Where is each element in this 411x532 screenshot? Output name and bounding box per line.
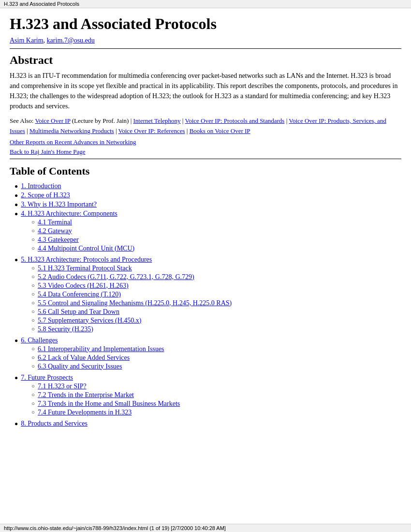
see-also-label: See Also: [10, 117, 33, 124]
toc-main-link-1[interactable]: 1. Introduction [21, 182, 61, 190]
toc-sub-list-4: 4.1 Terminal4.2 Gateway4.3 Gatekeeper4.4… [21, 219, 134, 253]
toc-sub-item: 4.3 Gatekeeper [31, 236, 134, 244]
toc-heading: Table of Contents [10, 165, 401, 177]
main-content: H.323 and Associated Protocols Asim Kari… [0, 8, 411, 448]
toc-sub-item: 6.2 Lack of Value Added Services [31, 354, 164, 362]
toc-main-link-6[interactable]: 6. Challenges [21, 337, 58, 344]
toc-sub-list-7: 7.1 H.323 or SIP?7.2 Trends in the Enter… [21, 383, 180, 417]
books-voip-link[interactable]: Books on Voice Over IP [190, 127, 250, 134]
back-to-raj-link[interactable]: Back to Raj Jain's Home Page [10, 148, 86, 155]
toc-sub-link-5-1[interactable]: 5.1 H.323 Terminal Protocol Stack [38, 265, 132, 272]
toc-sub-item: 7.2 Trends in the Enterprise Market [31, 391, 180, 399]
toc-main-item: 1. Introduction [15, 182, 401, 190]
browser-title-text: H.323 and Associated Protocols [4, 1, 79, 7]
toc-sub-item: 5.3 Video Codecs (H.261, H.263) [31, 282, 232, 290]
toc-sub-item: 7.4 Future Developments in H.323 [31, 409, 180, 416]
toc-sub-item: 4.1 Terminal [31, 219, 134, 226]
toc-sub-link-7-3[interactable]: 7.3 Trends in the Home and Small Busines… [38, 400, 180, 408]
author-line: Asim Karim, karim.7@osu.edu [10, 37, 401, 44]
multimedia-networking-link[interactable]: Multimedia Networking Products [29, 127, 114, 134]
toc-sub-item: 4.4 Multipoint Control Unit (MCU) [31, 245, 134, 252]
toc-sub-link-5-4[interactable]: 5.4 Data Conferencing (T.120) [38, 291, 121, 298]
toc-sub-link-4-2[interactable]: 4.2 Gateway [38, 227, 72, 235]
abstract-heading: Abstract [10, 54, 401, 67]
toc-main-link-8[interactable]: 8. Products and Services [21, 420, 88, 427]
internet-telephony-link[interactable]: Internet Telephony [133, 117, 180, 124]
toc-main-link-3[interactable]: 3. Why is H.323 Important? [21, 201, 97, 208]
toc-sub-link-4-3[interactable]: 4.3 Gatekeeper [38, 236, 79, 244]
toc-sub-link-4-4[interactable]: 4.4 Multipoint Control Unit (MCU) [38, 245, 134, 252]
toc-sub-item: 5.1 H.323 Terminal Protocol Stack [31, 265, 232, 272]
toc-sub-item: 5.6 Call Setup and Tear Down [31, 308, 232, 316]
toc-sub-link-5-2[interactable]: 5.2 Audio Codecs (G.711, G.722, G.723.1,… [38, 273, 194, 281]
toc-sub-link-7-2[interactable]: 7.2 Trends in the Enterprise Market [38, 391, 134, 399]
toc-main-item: 6. Challenges6.1 Interoperability and Im… [15, 337, 401, 372]
toc-sub-link-6-2[interactable]: 6.2 Lack of Value Added Services [38, 354, 130, 362]
toc-sub-item: 5.5 Control and Signaling Mechanisms (H.… [31, 299, 232, 307]
abstract-text: H.323 is an ITU-T recommendation for mul… [10, 71, 401, 111]
lecture-note: (Lecture by Prof. Jain) [70, 117, 129, 124]
toc-sub-link-7-1[interactable]: 7.1 H.323 or SIP? [38, 383, 87, 390]
divider-2 [10, 159, 401, 159]
toc-sub-link-6-1[interactable]: 6.1 Interoperability and Implementation … [38, 345, 164, 353]
toc-sub-link-5-7[interactable]: 5.7 Supplementary Services (H.450.x) [38, 317, 142, 325]
toc-main-item: 8. Products and Services [15, 420, 401, 428]
toc-sub-item: 6.3 Quality and Security Issues [31, 363, 164, 370]
toc-main-link-5[interactable]: 5. H.323 Architecture: Protocols and Pro… [21, 256, 152, 263]
status-bar: http://www.cis.ohio-state.edu/~jain/cis7… [0, 524, 411, 532]
toc-sub-link-5-8[interactable]: 5.8 Security (H.235) [38, 325, 93, 333]
toc-main-link-4[interactable]: 4. H.323 Architecture: Components [21, 210, 117, 217]
page-title: H.323 and Associated Protocols [10, 15, 401, 33]
toc-main-item: 3. Why is H.323 Important? [15, 201, 401, 208]
toc-main-item: 2. Scope of H.323 [15, 192, 401, 199]
author-name-link[interactable]: Asim Karim [10, 37, 44, 44]
toc-sub-item: 5.2 Audio Codecs (G.711, G.722, G.723.1,… [31, 273, 232, 281]
other-reports-line: Other Reports on Recent Advances in Netw… [10, 138, 401, 146]
toc-sub-item: 5.4 Data Conferencing (T.120) [31, 291, 232, 298]
status-bar-text: http://www.cis.ohio-state.edu/~jain/cis7… [4, 525, 226, 531]
toc-main-item: 7. Future Prospects7.1 H.323 or SIP?7.2 … [15, 374, 401, 418]
toc-main-item: 4. H.323 Architecture: Components4.1 Ter… [15, 210, 401, 254]
toc-sub-link-5-3[interactable]: 5.3 Video Codecs (H.261, H.263) [38, 282, 129, 290]
toc-sub-link-5-5[interactable]: 5.5 Control and Signaling Mechanisms (H.… [38, 299, 232, 307]
see-also-section: See Also: Voice Over IP (Lecture by Prof… [10, 116, 401, 136]
toc-sub-link-5-6[interactable]: 5.6 Call Setup and Tear Down [38, 308, 119, 316]
toc-main-link-7[interactable]: 7. Future Prospects [21, 374, 73, 381]
back-to-raj-line: Back to Raj Jain's Home Page [10, 148, 401, 156]
toc-main-item: 5. H.323 Architecture: Protocols and Pro… [15, 256, 401, 335]
voip-references-link[interactable]: Voice Over IP: References [118, 127, 185, 134]
author-email-link[interactable]: karim.7@osu.edu [47, 37, 95, 44]
toc-sub-item: 6.1 Interoperability and Implementation … [31, 345, 164, 353]
voice-over-ip-link[interactable]: Voice Over IP [35, 117, 71, 124]
toc-sub-item: 4.2 Gateway [31, 227, 134, 235]
other-reports-link[interactable]: Other Reports on Recent Advances in Netw… [10, 138, 136, 146]
toc-sub-item: 5.7 Supplementary Services (H.450.x) [31, 317, 232, 325]
toc-sub-item: 7.3 Trends in the Home and Small Busines… [31, 400, 180, 408]
toc-main-link-2[interactable]: 2. Scope of H.323 [21, 192, 70, 199]
toc-list: 1. Introduction2. Scope of H.3233. Why i… [10, 182, 401, 428]
toc-sub-item: 7.1 H.323 or SIP? [31, 383, 180, 390]
browser-title-bar: H.323 and Associated Protocols [0, 0, 411, 8]
toc-sub-link-4-1[interactable]: 4.1 Terminal [38, 219, 72, 226]
toc-sub-link-7-4[interactable]: 7.4 Future Developments in H.323 [38, 409, 132, 416]
toc-sub-item: 5.8 Security (H.235) [31, 325, 232, 333]
toc-sub-list-6: 6.1 Interoperability and Implementation … [21, 345, 164, 371]
voip-protocols-link[interactable]: Voice Over IP: Protocols and Standards [185, 117, 284, 124]
divider-1 [10, 48, 401, 49]
toc-sub-link-6-3[interactable]: 6.3 Quality and Security Issues [38, 363, 122, 370]
toc-sub-list-5: 5.1 H.323 Terminal Protocol Stack5.2 Aud… [21, 265, 232, 334]
